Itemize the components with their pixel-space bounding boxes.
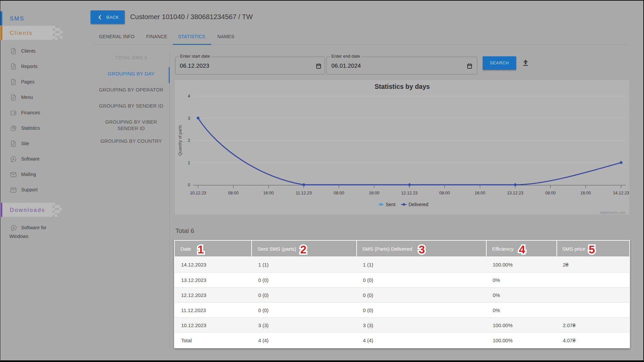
svg-text:16:00: 16:00 xyxy=(580,191,591,195)
svg-text:16:00: 16:00 xyxy=(369,191,379,195)
svg-text:10.12.23: 10.12.23 xyxy=(190,191,206,195)
svg-text:2: 2 xyxy=(188,138,190,143)
svg-text:1: 1 xyxy=(188,160,190,165)
svg-text:Highcharts.com: Highcharts.com xyxy=(600,210,626,215)
svg-text:Quantity of parts: Quantity of parts xyxy=(178,125,182,156)
svg-text:08:00: 08:00 xyxy=(545,191,555,195)
svg-text:13.12.23: 13.12.23 xyxy=(507,191,524,195)
svg-text:3: 3 xyxy=(188,116,190,121)
svg-text:4: 4 xyxy=(188,94,190,99)
svg-text:08:00: 08:00 xyxy=(439,191,450,195)
svg-text:12.12.23: 12.12.23 xyxy=(401,191,418,195)
svg-text:Delivered: Delivered xyxy=(409,202,428,207)
svg-text:08:00: 08:00 xyxy=(228,191,238,195)
svg-text:Sent: Sent xyxy=(386,202,395,207)
svg-text:11.12.23: 11.12.23 xyxy=(296,191,312,195)
svg-text:16:00: 16:00 xyxy=(475,191,485,195)
svg-text:16:00: 16:00 xyxy=(263,191,274,195)
svg-text:Statistics by days: Statistics by days xyxy=(375,83,430,90)
svg-text:0: 0 xyxy=(188,182,190,187)
svg-text:14.12.23: 14.12.23 xyxy=(613,191,629,195)
svg-text:08:00: 08:00 xyxy=(334,191,344,195)
